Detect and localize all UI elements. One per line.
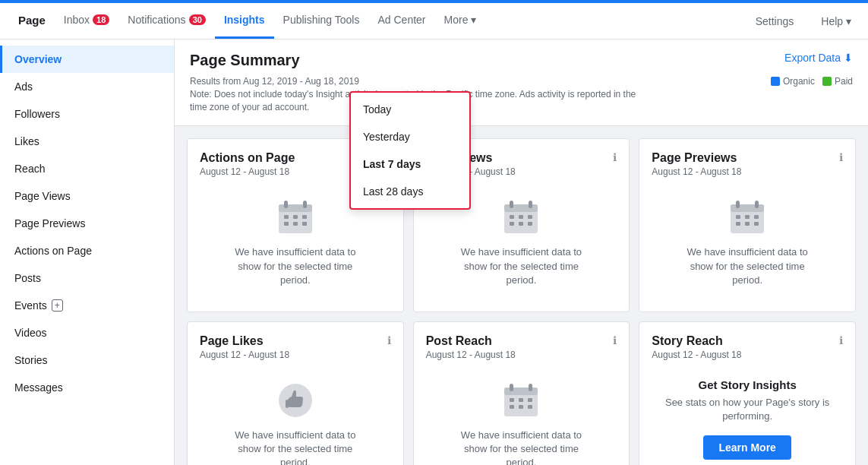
nav-inbox[interactable]: Inbox 18 — [55, 3, 119, 39]
card-page-likes: Page Likes August 12 - August 18 ℹ We ha… — [187, 321, 404, 465]
info-icon[interactable]: ℹ — [613, 151, 617, 163]
card-title: Page Previews — [652, 151, 741, 165]
calendar-icon — [502, 198, 540, 236]
svg-rect-9 — [302, 222, 307, 226]
sidebar-item-events[interactable]: Events + — [0, 292, 174, 319]
card-date: August 12 - August 18 — [652, 350, 741, 360]
story-reach-content: Get Story Insights See stats on how your… — [652, 369, 843, 465]
card-date: August 12 - August 18 — [426, 350, 516, 360]
download-icon: ⬇ — [844, 52, 853, 64]
card-body: We have insufficient data to show for th… — [426, 369, 617, 465]
svg-rect-16 — [528, 215, 532, 219]
sidebar-item-stories[interactable]: Stories — [0, 346, 174, 374]
events-add-icon[interactable]: + — [52, 299, 63, 312]
svg-rect-25 — [745, 215, 750, 219]
card-date: August 12 - August 18 — [652, 166, 741, 177]
main-content: Page Summary Results from Aug 12, 2019 -… — [175, 40, 868, 465]
sidebar-item-reach[interactable]: Reach — [0, 155, 174, 182]
nav-insights[interactable]: Insights — [215, 3, 274, 39]
svg-rect-21 — [731, 204, 764, 212]
nav-left: Page Inbox 18 Notifications 30 Insights … — [9, 3, 485, 39]
card-story-reach: Story Reach August 12 - August 18 ℹ Get … — [639, 321, 856, 465]
card-header: Story Reach August 12 - August 18 ℹ — [652, 334, 843, 369]
legend-paid: Paid — [822, 76, 853, 87]
info-icon[interactable]: ℹ — [839, 334, 843, 346]
no-data-text: We have insufficient data to show for th… — [235, 429, 356, 465]
svg-rect-18 — [519, 222, 523, 226]
info-icon[interactable]: ℹ — [387, 334, 391, 346]
svg-rect-40 — [519, 405, 523, 409]
svg-rect-1 — [279, 204, 312, 212]
main-layout: Overview Ads Followers Likes Reach Page … — [0, 40, 868, 465]
svg-rect-29 — [754, 222, 759, 226]
svg-rect-31 — [286, 400, 289, 408]
nav-help[interactable]: Help ▾ — [813, 11, 859, 32]
card-body: We have insufficient data to show for th… — [652, 186, 843, 299]
paid-dot — [822, 77, 832, 86]
sidebar-item-overview[interactable]: Overview — [0, 46, 174, 73]
info-icon[interactable]: ℹ — [613, 334, 617, 346]
summary-right: Export Data ⬇ Organic Paid — [771, 52, 853, 87]
sidebar-item-page-views[interactable]: Page Views — [0, 182, 174, 210]
svg-rect-38 — [528, 398, 532, 402]
card-header: Page Previews August 12 - August 18 ℹ — [652, 151, 843, 186]
top-nav: Page Inbox 18 Notifications 30 Insights … — [0, 3, 868, 40]
svg-rect-37 — [519, 398, 523, 402]
sidebar-item-likes[interactable]: Likes — [0, 128, 174, 155]
dropdown-item-yesterday[interactable]: Yesterday — [351, 123, 469, 150]
svg-rect-26 — [754, 215, 759, 219]
svg-rect-4 — [284, 215, 289, 219]
svg-rect-2 — [284, 201, 288, 208]
calendar-icon — [728, 198, 766, 236]
svg-rect-41 — [528, 405, 532, 409]
cards-grid: Actions on Page August 12 - August 18 ℹ — [175, 126, 868, 465]
sidebar: Overview Ads Followers Likes Reach Page … — [0, 40, 175, 465]
dropdown-item-last7[interactable]: Last 7 days — [351, 150, 469, 178]
sidebar-item-page-previews[interactable]: Page Previews — [0, 210, 174, 237]
export-data-button[interactable]: Export Data ⬇ — [784, 52, 853, 64]
svg-rect-15 — [519, 215, 523, 219]
nav-page[interactable]: Page — [9, 3, 55, 39]
nav-settings[interactable]: Settings — [748, 11, 802, 32]
sidebar-item-messages[interactable]: Messages — [0, 374, 174, 401]
card-header: Page Likes August 12 - August 18 ℹ — [200, 334, 391, 369]
card-title: Post Reach — [426, 334, 516, 348]
svg-rect-39 — [510, 405, 514, 409]
notifications-badge: 30 — [189, 14, 206, 25]
sidebar-item-followers[interactable]: Followers — [0, 100, 174, 128]
card-date: August 12 - August 18 — [200, 350, 289, 360]
sidebar-item-actions-on-page[interactable]: Actions on Page — [0, 237, 174, 264]
svg-rect-33 — [504, 388, 538, 395]
dropdown-item-today[interactable]: Today — [351, 96, 469, 123]
dropdown-item-last28[interactable]: Last 28 days — [351, 178, 469, 205]
page-summary-header: Page Summary Results from Aug 12, 2019 -… — [175, 40, 868, 126]
nav-right: Settings Help ▾ — [748, 3, 859, 39]
date-range-dropdown[interactable]: Today Yesterday Last 7 days Last 28 days — [349, 91, 471, 210]
no-data-text: We have insufficient data to show for th… — [460, 245, 582, 287]
learn-more-button[interactable]: Learn More — [703, 435, 791, 460]
sidebar-item-videos[interactable]: Videos — [0, 319, 174, 346]
svg-rect-23 — [755, 201, 759, 208]
card-date: August 12 - August 18 — [200, 166, 295, 177]
card-title: Page Likes — [200, 334, 289, 348]
nav-more[interactable]: More ▾ — [435, 3, 486, 39]
no-data-text: We have insufficient data to show for th… — [460, 429, 582, 465]
svg-rect-5 — [293, 215, 298, 219]
nav-publishing-tools[interactable]: Publishing Tools — [274, 3, 369, 39]
svg-rect-7 — [284, 222, 289, 226]
info-icon[interactable]: ℹ — [839, 151, 843, 163]
svg-rect-3 — [303, 201, 307, 208]
sidebar-item-ads[interactable]: Ads — [0, 73, 174, 100]
svg-rect-17 — [510, 222, 514, 226]
svg-rect-13 — [529, 201, 532, 208]
calendar-icon — [276, 198, 314, 236]
nav-ad-center[interactable]: Ad Center — [368, 3, 434, 39]
svg-rect-19 — [528, 222, 532, 226]
nav-notifications[interactable]: Notifications 30 — [118, 3, 215, 39]
card-body: We have insufficient data to show for th… — [200, 369, 391, 465]
sidebar-item-posts[interactable]: Posts — [0, 264, 174, 292]
svg-rect-27 — [736, 222, 740, 226]
card-header: Post Reach August 12 - August 18 ℹ — [426, 334, 617, 369]
legend-organic: Organic — [771, 76, 815, 87]
card-post-reach: Post Reach August 12 - August 18 ℹ — [413, 321, 630, 465]
